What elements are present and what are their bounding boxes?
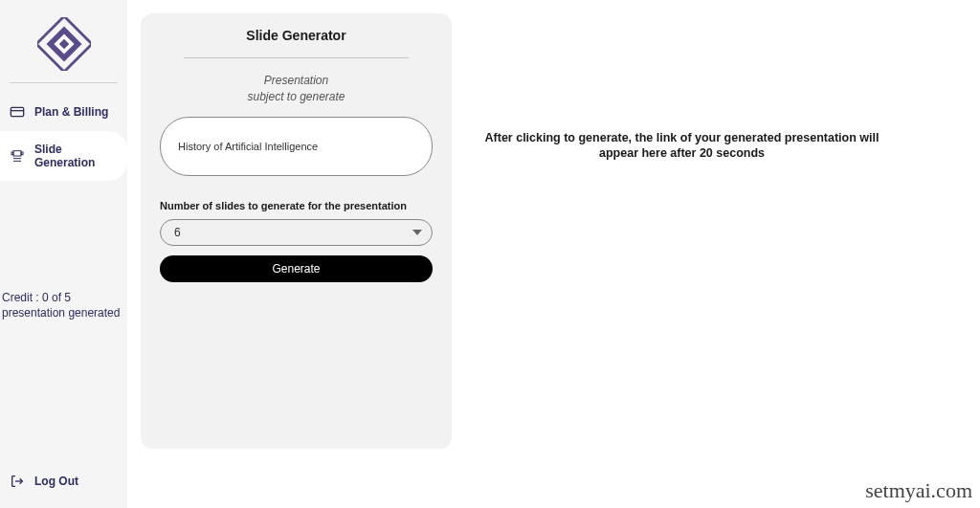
subject-input[interactable] <box>160 117 433 176</box>
slides-count-label: Number of slides to generate for the pre… <box>160 200 433 211</box>
svg-rect-7 <box>11 152 13 155</box>
card-subtitle: Presentation subject to generate <box>160 73 433 105</box>
generate-button[interactable]: Generate <box>160 255 433 282</box>
logo-container <box>0 0 127 82</box>
card-title: Slide Generator <box>160 28 433 43</box>
svg-rect-6 <box>13 151 21 156</box>
nav-label: Plan & Billing <box>34 105 108 119</box>
nav-plan-billing[interactable]: Plan & Billing <box>0 93 127 131</box>
slides-count-select[interactable]: 6 <box>160 219 433 246</box>
slides-icon <box>10 148 25 164</box>
logout-label: Log Out <box>34 475 78 488</box>
app-logo <box>37 17 91 71</box>
result-placeholder-text: After clicking to generate, the link of … <box>464 130 900 162</box>
slide-generator-card: Slide Generator Presentation subject to … <box>141 13 452 449</box>
nav-slide-generation[interactable]: Slide Generation <box>0 131 127 181</box>
credit-info: Credit : 0 of 5 presentation generated <box>0 291 127 320</box>
card-divider <box>184 57 409 58</box>
logout-button[interactable]: Log Out <box>0 464 127 498</box>
nav-label: Slide Generation <box>34 143 118 169</box>
subtitle-line2: subject to generate <box>247 90 345 103</box>
watermark-text: setmyai.com <box>865 478 972 503</box>
svg-rect-8 <box>21 152 23 155</box>
svg-rect-4 <box>11 107 23 116</box>
credit-card-icon <box>10 104 25 120</box>
subtitle-line1: Presentation <box>264 74 328 87</box>
sidebar: Plan & Billing Slide Generation Credit :… <box>0 0 127 508</box>
sidebar-divider <box>10 82 118 83</box>
logout-icon <box>10 474 25 489</box>
